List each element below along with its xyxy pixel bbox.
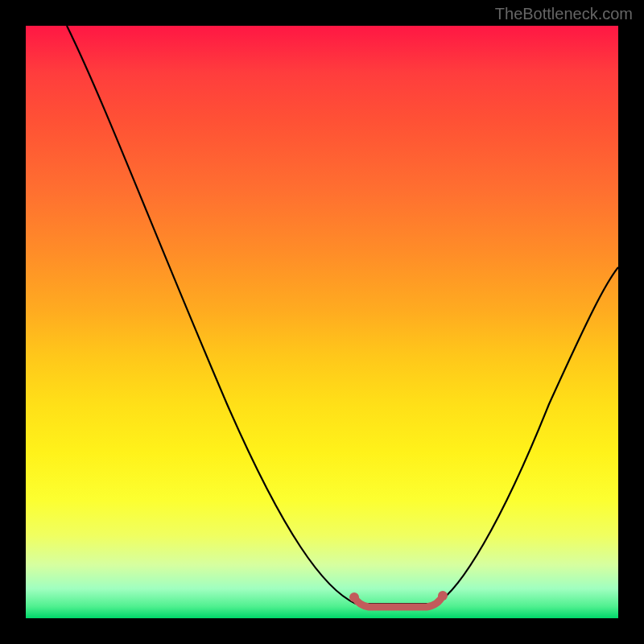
flat-bottom-end-dot	[438, 591, 448, 601]
watermark-text: TheBottleneck.com	[495, 5, 633, 23]
bottleneck-curve-line	[67, 26, 618, 604]
flat-bottom-highlight	[354, 596, 443, 607]
chart-plot-area	[26, 26, 618, 618]
chart-curve-svg	[26, 26, 618, 618]
flat-bottom-start-dot	[349, 592, 359, 602]
